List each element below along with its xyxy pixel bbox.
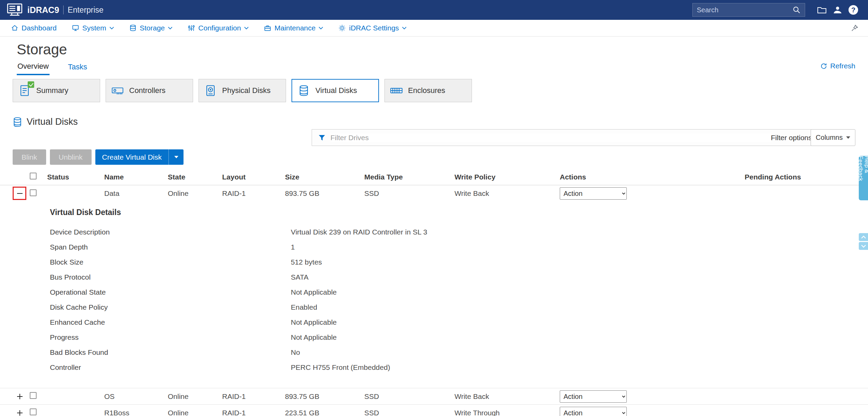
tab-tasks[interactable]: Tasks (67, 59, 88, 75)
refresh-label: Refresh (830, 62, 855, 70)
table-toolbar: Blink Unblink Create Virtual Disk (13, 149, 868, 165)
detail-value: Not Applicable (291, 333, 868, 341)
physical-disks-icon (205, 85, 216, 96)
cell-size: 893.75 GB (283, 392, 362, 401)
detail-value: No (291, 348, 868, 357)
refresh-icon (820, 63, 827, 70)
filter-drives-input[interactable] (330, 134, 771, 142)
nav-system[interactable]: System (72, 24, 114, 32)
col-media-type: Media Type (362, 173, 452, 181)
chevron-down-icon (861, 244, 866, 248)
detail-value: 512 bytes (291, 258, 868, 266)
filter-options-link[interactable]: Filter options (771, 134, 812, 142)
table-row: R1Boss Online RAID-1 223.51 GB SSD Write… (0, 404, 868, 416)
filter-field[interactable]: Filter options (312, 129, 818, 146)
tab-overview[interactable]: Overview (17, 59, 50, 75)
cell-name: R1Boss (102, 409, 166, 416)
detail-value: 1 (291, 243, 868, 251)
chevron-down-icon (846, 136, 850, 141)
card-virtual-disks[interactable]: Virtual Disks (291, 79, 379, 102)
scroll-down-button[interactable] (859, 242, 868, 250)
detail-value: SATA (291, 273, 868, 281)
virtual-disk-details: Virtual Disk Details Device DescriptionV… (0, 202, 868, 388)
collapse-row-toggle[interactable] (15, 188, 25, 199)
card-label: Physical Disks (222, 86, 271, 95)
license-edition: Enterprise (68, 5, 104, 15)
refresh-button[interactable]: Refresh (820, 62, 855, 70)
card-label: Enclosures (408, 86, 445, 95)
cell-write-policy: Write Back (452, 189, 558, 198)
home-icon (11, 24, 18, 32)
cell-size: 893.75 GB (283, 189, 362, 198)
card-physical-disks[interactable]: Physical Disks (199, 79, 286, 102)
action-select[interactable]: Action (560, 390, 627, 403)
search-icon (792, 6, 801, 14)
action-select[interactable]: Action (560, 407, 627, 416)
open-console-button[interactable] (814, 3, 830, 17)
search-input[interactable] (697, 6, 792, 14)
blink-button[interactable]: Blink (13, 149, 46, 165)
select-all-checkbox[interactable] (30, 173, 37, 179)
tab-bar: Overview Tasks Refresh (17, 59, 868, 75)
col-layout: Layout (220, 173, 283, 181)
action-select[interactable]: Action (560, 187, 627, 200)
plus-icon (16, 409, 24, 416)
details-title: Virtual Disk Details (50, 208, 868, 217)
chevron-down-icon (174, 156, 178, 160)
nav-configuration[interactable]: Configuration (188, 24, 249, 32)
card-label: Summary (36, 86, 68, 95)
chevron-down-icon (109, 27, 114, 30)
col-size: Size (283, 173, 362, 181)
system-icon (72, 24, 79, 32)
nav-maintenance[interactable]: Maintenance (264, 24, 323, 32)
create-virtual-disk-menu-toggle[interactable] (168, 149, 184, 165)
nav-storage[interactable]: Storage (129, 24, 173, 32)
card-summary[interactable]: Summary (13, 79, 100, 102)
controllers-icon (111, 85, 124, 96)
detail-label: Block Size (50, 258, 291, 266)
card-enclosures[interactable]: Enclosures (384, 79, 472, 102)
brand-name: iDRAC9 (27, 5, 59, 15)
nav-label: iDRAC Settings (349, 24, 399, 32)
funnel-icon (318, 134, 326, 142)
detail-label: Device Description (50, 228, 291, 236)
card-label: Controllers (129, 86, 165, 95)
row-checkbox[interactable] (30, 392, 37, 399)
expand-row-toggle[interactable] (15, 391, 25, 402)
storage-subpage-cards: Summary Controllers Physical Disks (13, 79, 868, 102)
help-button[interactable] (845, 3, 861, 17)
plus-icon (16, 393, 24, 400)
user-menu-button[interactable] (830, 3, 845, 17)
storage-icon (129, 24, 137, 32)
cell-layout: RAID-1 (220, 189, 283, 198)
create-virtual-disk-button[interactable]: Create Virtual Disk (95, 149, 184, 165)
idrac-logo-icon (7, 3, 23, 16)
card-label: Virtual Disks (315, 86, 357, 95)
table-row: Data Online RAID-1 893.75 GB SSD Write B… (0, 185, 868, 202)
global-search[interactable] (692, 3, 805, 17)
detail-label: Disk Cache Policy (50, 303, 291, 311)
row-checkbox[interactable] (30, 408, 37, 415)
nav-label: Storage (140, 24, 165, 32)
pin-menu-button[interactable] (851, 24, 858, 32)
table-row: OS Online RAID-1 893.75 GB SSD Write Bac… (0, 388, 868, 404)
unblink-button[interactable]: Unblink (50, 149, 92, 165)
cell-size: 223.51 GB (283, 409, 362, 416)
configuration-icon (188, 24, 195, 32)
nav-idrac-settings[interactable]: iDRAC Settings (338, 24, 407, 32)
cell-state: Online (166, 189, 220, 198)
detail-value: Not Applicable (291, 318, 868, 326)
maintenance-icon (264, 24, 271, 32)
chevron-down-icon (168, 27, 173, 30)
expand-row-toggle[interactable] (15, 408, 25, 416)
help-feedback-tab[interactable]: Help & Feedback (859, 156, 868, 200)
col-pending-actions: Pending Actions (743, 173, 868, 181)
pin-icon (851, 24, 858, 32)
chevron-down-icon (244, 27, 249, 30)
columns-button[interactable]: Columns (811, 129, 855, 146)
scroll-up-button[interactable] (859, 233, 868, 241)
nav-dashboard[interactable]: Dashboard (11, 24, 57, 32)
card-controllers[interactable]: Controllers (106, 79, 193, 102)
row-checkbox[interactable] (30, 189, 37, 196)
detail-label: Enhanced Cache (50, 318, 291, 326)
